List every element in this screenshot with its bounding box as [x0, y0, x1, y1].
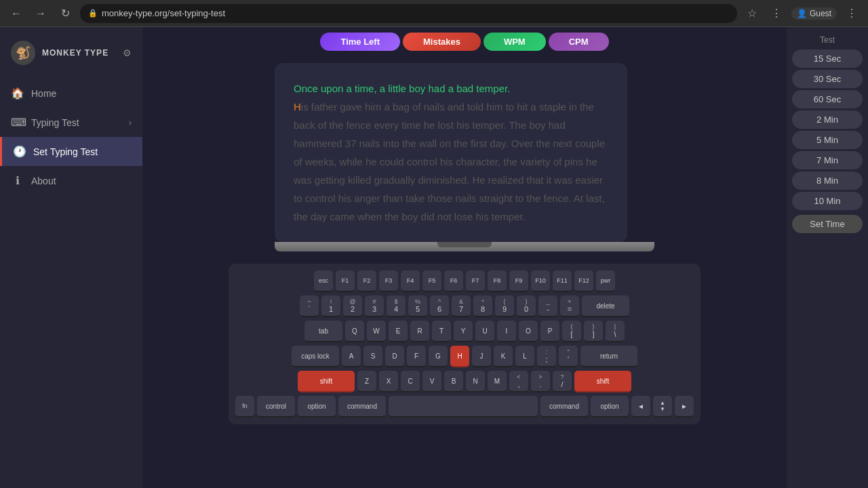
key-m[interactable]: M	[488, 371, 507, 392]
key-q[interactable]: Q	[345, 321, 364, 342]
key-capslock[interactable]: caps lock	[292, 346, 339, 367]
forward-button[interactable]: →	[31, 4, 50, 23]
key-f3[interactable]: F3	[379, 270, 398, 292]
key-8[interactable]: *8	[473, 296, 492, 317]
key-quote[interactable]: "'	[559, 346, 578, 367]
bookmark-button[interactable]: ☆	[743, 4, 762, 23]
sidebar-item-typing-test[interactable]: ⌨ Typing Test ›	[0, 108, 142, 137]
key-f[interactable]: F	[407, 346, 426, 367]
key-lbracket[interactable]: {[	[562, 321, 581, 342]
key-0[interactable]: )0	[517, 296, 536, 317]
key-f5[interactable]: F5	[422, 270, 441, 292]
back-button[interactable]: ←	[7, 4, 26, 23]
key-5[interactable]: %5	[408, 296, 427, 317]
sidebar-item-set-typing-test[interactable]: 🕐 Set Typing Test	[0, 137, 142, 166]
key-o[interactable]: O	[519, 321, 538, 342]
key-slash[interactable]: ?/	[553, 371, 572, 392]
key-l[interactable]: L	[515, 346, 534, 367]
time-option-5min[interactable]: 5 Min	[792, 131, 863, 149]
time-option-60sec[interactable]: 60 Sec	[792, 90, 863, 108]
key-k[interactable]: K	[494, 346, 513, 367]
time-option-2min[interactable]: 2 Min	[792, 110, 863, 129]
key-space[interactable]	[389, 396, 538, 418]
key-1[interactable]: !1	[321, 296, 340, 317]
key-comma[interactable]: <,	[509, 371, 528, 392]
key-b[interactable]: B	[444, 371, 463, 392]
stat-cpm[interactable]: CPM	[549, 33, 609, 51]
key-c[interactable]: C	[401, 371, 420, 392]
key-a[interactable]: A	[342, 346, 361, 367]
time-option-7min[interactable]: 7 Min	[792, 151, 863, 169]
key-f2[interactable]: F2	[357, 270, 376, 292]
key-d[interactable]: D	[385, 346, 404, 367]
key-7[interactable]: &7	[452, 296, 471, 317]
key-4[interactable]: $4	[387, 296, 406, 317]
key-e[interactable]: E	[389, 321, 408, 342]
key-period[interactable]: >.	[531, 371, 550, 392]
key-t[interactable]: T	[432, 321, 451, 342]
key-shift-left[interactable]: shift	[298, 371, 355, 392]
key-r[interactable]: R	[410, 321, 429, 342]
key-i[interactable]: I	[497, 321, 516, 342]
key-equals[interactable]: +=	[560, 296, 579, 317]
sidebar-item-about[interactable]: ℹ About	[0, 166, 142, 195]
key-backslash[interactable]: |\	[606, 321, 625, 342]
key-control[interactable]: control	[257, 396, 295, 418]
key-3[interactable]: #3	[365, 296, 384, 317]
key-w[interactable]: W	[367, 321, 386, 342]
menu-button[interactable]: ⋮	[767, 4, 786, 23]
stat-mistakes[interactable]: Mistakes	[403, 33, 481, 51]
stat-time-left[interactable]: Time Left	[320, 33, 400, 51]
key-z[interactable]: Z	[357, 371, 376, 392]
chrome-menu-button[interactable]: ⋮	[842, 4, 861, 23]
key-delete[interactable]: delete	[582, 296, 629, 317]
refresh-button[interactable]: ↻	[56, 4, 75, 23]
key-2[interactable]: @2	[343, 296, 362, 317]
key-v[interactable]: V	[422, 371, 441, 392]
key-6[interactable]: ^6	[430, 296, 449, 317]
key-h[interactable]: H	[450, 346, 469, 367]
key-fn[interactable]: fn	[235, 396, 254, 418]
stat-wpm[interactable]: WPM	[484, 33, 546, 51]
key-f12[interactable]: F12	[574, 270, 593, 292]
key-f9[interactable]: F9	[509, 270, 528, 292]
key-command-left[interactable]: command	[338, 396, 386, 418]
key-j[interactable]: J	[472, 346, 491, 367]
key-y[interactable]: Y	[454, 321, 473, 342]
key-f11[interactable]: F11	[553, 270, 572, 292]
key-semicolon[interactable]: :;	[537, 346, 556, 367]
key-g[interactable]: G	[429, 346, 448, 367]
key-n[interactable]: N	[466, 371, 485, 392]
key-f1[interactable]: F1	[336, 270, 355, 292]
key-command-right[interactable]: command	[540, 396, 588, 418]
key-x[interactable]: X	[379, 371, 398, 392]
key-return[interactable]: return	[580, 346, 637, 367]
key-arrow-left[interactable]: ◄	[631, 396, 650, 418]
key-pwr[interactable]: pwr	[596, 270, 615, 292]
key-minus[interactable]: _-	[538, 296, 557, 317]
time-option-10min[interactable]: 10 Min	[792, 192, 863, 210]
key-u[interactable]: U	[475, 321, 494, 342]
key-option-left[interactable]: option	[298, 396, 336, 418]
user-badge[interactable]: 👤 Guest	[791, 7, 837, 20]
time-option-15sec[interactable]: 15 Sec	[792, 49, 863, 68]
time-option-30sec[interactable]: 30 Sec	[792, 70, 863, 88]
time-option-8min[interactable]: 8 Min	[792, 171, 863, 190]
key-arrow-right[interactable]: ►	[675, 396, 694, 418]
address-bar[interactable]: 🔒 monkey-type.org/set-typing-test	[80, 4, 737, 23]
key-shift-right[interactable]: shift	[574, 371, 631, 392]
key-tab[interactable]: tab	[304, 321, 342, 342]
key-f10[interactable]: F10	[531, 270, 550, 292]
key-s[interactable]: S	[363, 346, 382, 367]
key-f7[interactable]: F7	[466, 270, 485, 292]
key-rbracket[interactable]: }]	[584, 321, 603, 342]
key-p[interactable]: P	[540, 321, 559, 342]
sidebar-item-home[interactable]: 🏠 Home	[0, 79, 142, 108]
key-arrow-up-down[interactable]: ▲▼	[653, 396, 672, 418]
key-f8[interactable]: F8	[488, 270, 507, 292]
settings-icon[interactable]: ⚙	[123, 47, 132, 58]
key-9[interactable]: (9	[495, 296, 514, 317]
time-option-set-time[interactable]: Set Time	[792, 215, 863, 233]
key-esc[interactable]: esc	[314, 270, 333, 292]
key-tilde[interactable]: ~`	[300, 296, 319, 317]
